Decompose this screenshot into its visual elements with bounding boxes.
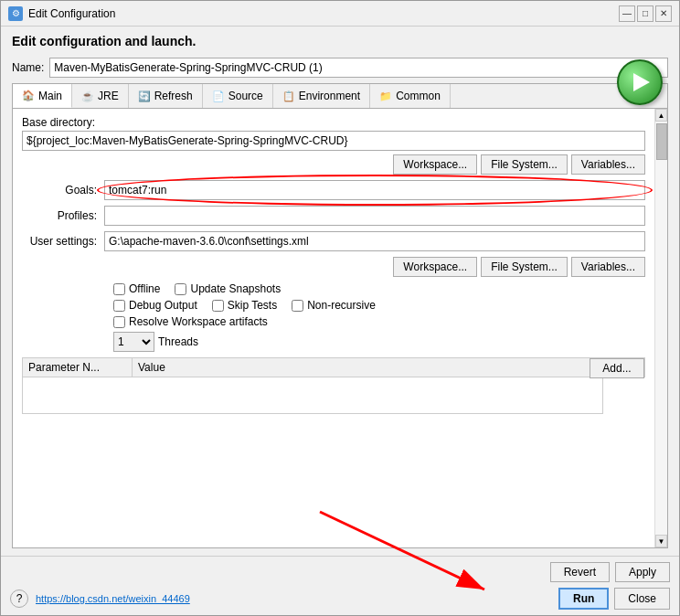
common-tab-icon: 📁 [379,90,392,102]
tab-jre-label: JRE [98,90,119,102]
title-bar: ⚙ Edit Configuration — □ ✕ [1,1,679,27]
base-dir-label: Base directory: [22,116,658,129]
base-dir-section: Base directory: [22,116,658,151]
non-recursive-label: Non-recursive [307,299,376,312]
tab-main-label: Main [38,90,62,102]
add-button[interactable]: Add... [590,358,644,378]
workspace-button-2[interactable]: Workspace... [393,257,477,277]
variables-button-1[interactable]: Variables... [571,154,645,175]
param-table-header: Parameter N... Value Add... [22,357,645,377]
source-tab-icon: 📄 [212,90,225,102]
name-row: Name: [12,58,668,78]
tab-refresh[interactable]: 🔄 Refresh [129,84,203,108]
window-title: Edit Configuration [28,7,619,20]
close-button[interactable]: Close [614,588,670,610]
checkbox-row-2: Debug Output Skip Tests Non-recursive [22,299,658,312]
run-button[interactable]: Run [558,588,609,610]
minimize-button[interactable]: — [619,5,635,22]
profiles-label: Profiles: [22,209,104,222]
tab-common-label: Common [396,90,441,102]
refresh-tab-icon: 🔄 [138,90,151,102]
help-icon: ? [16,592,23,605]
settings-buttons-row: Workspace... File System... Variables... [22,257,645,277]
play-icon [633,73,650,91]
threads-select[interactable]: 1 2 4 [113,332,154,352]
goals-label: Goals: [22,184,104,196]
param-col-name-header: Parameter N... [23,358,133,377]
page-title: Edit configuration and launch. [12,34,668,48]
tab-source[interactable]: 📄 Source [203,84,273,108]
footer-right-buttons: Run Close [558,588,670,610]
footer-left: ? https://blog.csdn.net/weixin_44469 [10,589,190,608]
tab-main[interactable]: 🏠 Main [13,84,72,108]
footer: Revert Apply ? https://blog.csdn.net/wei… [1,556,679,615]
workspace-button-1[interactable]: Workspace... [393,154,477,175]
user-settings-label: User settings: [22,235,104,248]
debug-output-checkbox-label[interactable]: Debug Output [113,299,197,312]
tab-jre[interactable]: ☕ JRE [72,84,129,108]
footer-url[interactable]: https://blog.csdn.net/weixin_44469 [36,593,190,604]
environment-tab-icon: 📋 [282,90,295,102]
param-col-value-header: Value [133,358,644,377]
profiles-input[interactable] [104,206,645,226]
window-icon: ⚙ [8,6,23,21]
content-area: Edit configuration and launch. Name: 🏠 M… [1,27,679,556]
name-label: Name: [12,61,44,74]
main-tab-icon: 🏠 [22,90,35,102]
update-snapshots-label: Update Snapshots [190,282,281,295]
update-snapshots-checkbox-label[interactable]: Update Snapshots [175,282,281,295]
tab-source-label: Source [228,90,263,102]
checkbox-row-1: Offline Update Snapshots [22,282,658,295]
threads-row: 1 2 4 Threads [22,332,658,352]
checkbox-row-3: Resolve Workspace artifacts [22,315,658,328]
maximize-button[interactable]: □ [637,5,653,22]
skip-tests-checkbox[interactable] [212,300,224,312]
tab-environment[interactable]: 📋 Environment [273,84,370,108]
scroll-down-arrow[interactable]: ▼ [655,535,667,547]
help-button[interactable]: ? [10,589,28,608]
main-window: ⚙ Edit Configuration — □ ✕ Edit configur… [0,0,680,616]
scroll-thumb[interactable] [656,123,667,160]
param-table-body [22,377,603,414]
scroll-up-arrow[interactable]: ▲ [655,109,667,122]
variables-button-2[interactable]: Variables... [571,257,645,277]
jre-tab-icon: ☕ [81,90,94,102]
skip-tests-checkbox-label[interactable]: Skip Tests [212,299,277,312]
user-settings-row: User settings: [22,231,658,251]
window-controls: — □ ✕ [619,5,672,22]
apply-button[interactable]: Apply [615,562,670,582]
main-panel: Base directory: Workspace... File System… [12,109,668,548]
close-button[interactable]: ✕ [655,5,672,22]
offline-label: Offline [129,282,160,295]
tab-refresh-label: Refresh [154,90,193,102]
non-recursive-checkbox[interactable] [292,300,303,312]
debug-output-checkbox[interactable] [113,300,125,312]
user-settings-input[interactable] [104,231,645,251]
name-input[interactable] [49,58,668,78]
param-section: Parameter N... Value Add... [22,357,658,414]
skip-tests-label: Skip Tests [228,299,277,312]
profiles-row: Profiles: [22,206,658,226]
dir-buttons-row: Workspace... File System... Variables... [22,154,645,175]
panel-scroll: Base directory: Workspace... File System… [13,109,667,547]
offline-checkbox[interactable] [113,283,125,295]
panel-scrollbar[interactable]: ▲ ▼ [654,109,667,547]
resolve-workspace-checkbox[interactable] [113,316,125,328]
run-circle-area [617,59,663,105]
resolve-workspace-checkbox-label[interactable]: Resolve Workspace artifacts [113,315,268,328]
tabs-bar: 🏠 Main ☕ JRE 🔄 Refresh 📄 Source 📋 Enviro… [12,83,668,109]
revert-button[interactable]: Revert [550,562,610,582]
filesystem-button-1[interactable]: File System... [481,154,568,175]
offline-checkbox-label[interactable]: Offline [113,282,160,295]
goals-input[interactable] [104,180,645,200]
goals-wrapper [104,180,645,200]
base-dir-input[interactable] [22,131,645,151]
tab-common[interactable]: 📁 Common [370,84,451,108]
footer-bottom: ? https://blog.csdn.net/weixin_44469 Run… [10,588,670,610]
non-recursive-checkbox-label[interactable]: Non-recursive [292,299,376,312]
footer-top: Revert Apply [10,562,670,582]
filesystem-button-2[interactable]: File System... [481,257,568,277]
update-snapshots-checkbox[interactable] [175,283,186,295]
run-circle-button[interactable] [617,59,663,105]
goals-row: Goals: [22,180,658,200]
